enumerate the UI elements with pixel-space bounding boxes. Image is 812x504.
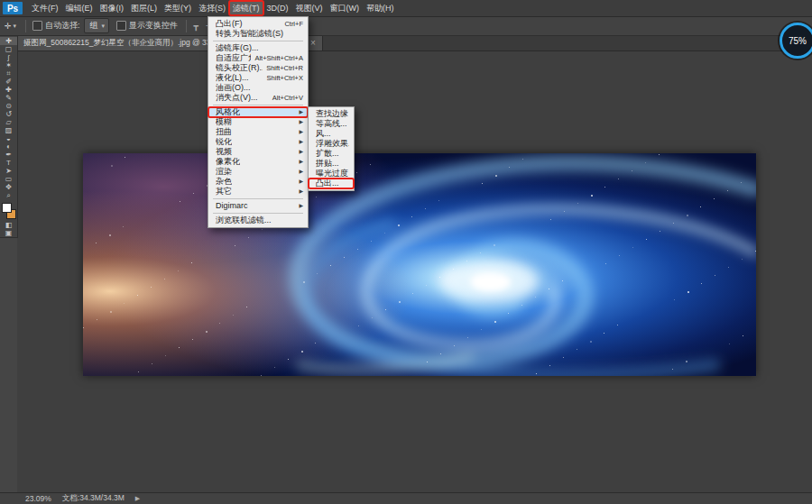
show-transform-checkbox[interactable] <box>116 21 126 31</box>
chevron-down-icon: ▾ <box>102 23 106 30</box>
filter-menu-item-label: 油画(O)... <box>216 83 251 93</box>
submenu-arrow-icon: ▶ <box>299 167 303 177</box>
menubar-item-8[interactable]: 视图(V) <box>292 1 327 15</box>
hand-tool-icon[interactable]: ✥ <box>0 183 17 191</box>
stylize-submenu-item[interactable]: 等高线... <box>309 119 354 129</box>
eyedropper-tool-icon[interactable]: ✐ <box>0 78 17 86</box>
filter-menu-item-label: 凸出(F) <box>216 19 243 29</box>
filter-menu-item[interactable]: 扭曲▶ <box>208 127 308 137</box>
filter-menu-item[interactable]: 转换为智能滤镜(S) <box>208 29 308 39</box>
path-selection-tool-icon[interactable]: ➤ <box>0 167 17 175</box>
move-tool-icon[interactable]: ✛ <box>0 37 17 45</box>
options-bar: ✛ ▾ 自动选择: 组 ▾ 显示变换控件 ┳╂┻┣╋┫ <box>0 16 812 36</box>
zoom-tool-icon[interactable]: ⌕ <box>0 191 17 199</box>
status-arrow-icon[interactable]: ▶ <box>135 495 140 502</box>
menubar-item-1[interactable]: 编辑(E) <box>62 1 97 15</box>
menubar-item-3[interactable]: 图层(L) <box>127 1 161 15</box>
submenu-arrow-icon: ▶ <box>299 157 303 167</box>
filter-menu-item[interactable]: 凸出(F)Ctrl+F <box>208 19 308 29</box>
filter-menu-item[interactable]: Digimarc▶ <box>208 201 308 211</box>
stylize-submenu-item[interactable]: 扩散... <box>309 149 354 159</box>
stylize-submenu-item[interactable]: 凸出... <box>309 179 354 188</box>
filter-menu-item[interactable]: 模糊▶ <box>208 117 308 127</box>
history-brush-tool-icon[interactable]: ↺ <box>0 110 17 118</box>
filter-menu-item-label: 镜头校正(R)... <box>216 63 263 73</box>
menubar-item-10[interactable]: 帮助(H) <box>363 1 398 15</box>
show-transform-label: 显示变换控件 <box>129 20 178 32</box>
menubar-item-5[interactable]: 选择(S) <box>195 1 229 15</box>
document-canvas-galaxy-image[interactable] <box>83 153 756 376</box>
filter-menu-item-label: 模糊 <box>216 117 232 127</box>
lasso-tool-icon[interactable]: ʃ <box>0 53 17 61</box>
screen-mode-button[interactable]: ▣ <box>0 229 17 237</box>
foreground-color-swatch[interactable] <box>2 203 12 213</box>
shortcut-label: Shift+Ctrl+R <box>263 63 303 73</box>
shortcut-label: Alt+Ctrl+V <box>269 93 303 103</box>
menubar-item-0[interactable]: 文件(F) <box>28 1 62 15</box>
tool-preset-dropdown[interactable]: ✛ ▾ <box>0 22 21 31</box>
filter-menu-item[interactable]: 滤镜库(G)... <box>208 43 308 53</box>
photoshop-logo-icon: Ps <box>3 2 23 14</box>
clone-stamp-tool-icon[interactable]: ⊙ <box>0 102 17 110</box>
menubar-item-6[interactable]: 滤镜(T) <box>229 1 263 15</box>
filter-menu-item[interactable]: 风格化▶ <box>208 107 308 117</box>
auto-select-dropdown[interactable]: 组 ▾ <box>84 18 110 33</box>
chevron-down-icon: ▾ <box>14 23 17 30</box>
stylize-submenu-item-label: 风... <box>316 129 331 139</box>
close-icon[interactable]: × <box>310 38 316 48</box>
filter-menu-item-label: Digimarc <box>216 201 248 211</box>
galaxy-artwork <box>83 153 756 376</box>
quick-selection-tool-icon[interactable]: ✶ <box>0 61 17 69</box>
dodge-tool-icon[interactable]: ◐ <box>0 142 17 151</box>
stylize-submenu-item[interactable]: 风... <box>309 129 354 139</box>
photoshop-window: Ps 文件(F)编辑(E)图像(I)图层(L)类型(Y)选择(S)滤镜(T)3D… <box>0 0 812 504</box>
menubar-items: 文件(F)编辑(E)图像(I)图层(L)类型(Y)选择(S)滤镜(T)3D(D)… <box>28 0 398 16</box>
brush-tool-icon[interactable]: ✎ <box>0 94 17 102</box>
rectangular-marquee-tool-icon[interactable]: ▢ <box>0 45 17 53</box>
stylize-submenu-item-label: 等高线... <box>316 119 347 129</box>
submenu-arrow-icon: ▶ <box>299 117 303 127</box>
filter-menu-item[interactable]: 自适应广角(A)...Alt+Shift+Ctrl+A <box>208 53 308 63</box>
quick-mask-button[interactable]: ◧ <box>0 221 17 229</box>
filter-menu-item[interactable]: 液化(L)...Shift+Ctrl+X <box>208 73 308 83</box>
document-size-info: 文档:34.3M/34.3M <box>62 493 125 504</box>
crop-tool-icon[interactable]: ⌗ <box>0 69 17 78</box>
filter-menu-item[interactable]: 渲染▶ <box>208 167 308 177</box>
stylize-submenu-item[interactable]: 曝光过度 <box>309 169 354 179</box>
stylize-submenu-item[interactable]: 浮雕效果... <box>309 139 354 149</box>
menubar-item-2[interactable]: 图像(I) <box>97 1 128 15</box>
filter-menu-item[interactable]: 杂色▶ <box>208 177 308 187</box>
stylize-submenu-item[interactable]: 查找边缘 <box>309 109 354 119</box>
filter-menu-item-label: 锐化 <box>216 137 232 147</box>
tools-panel: ✛▢ʃ✶⌗✐✚✎⊙↺▱▨◒◐✒T➤▭✥⌕ ◧ ▣ <box>0 35 18 238</box>
filter-menu-item[interactable]: 浏览联机滤镜... <box>208 215 308 225</box>
blur-tool-icon[interactable]: ◒ <box>0 134 17 142</box>
filter-menu-item[interactable]: 油画(O)... <box>208 83 308 93</box>
separator <box>25 20 26 32</box>
auto-select-checkbox[interactable] <box>32 21 42 31</box>
menubar-item-7[interactable]: 3D(D) <box>263 1 292 15</box>
filter-menu-item-label: 风格化 <box>216 107 240 117</box>
eraser-tool-icon[interactable]: ▱ <box>0 118 17 126</box>
pen-tool-icon[interactable]: ✒ <box>0 151 17 159</box>
filter-menu-item[interactable]: 镜头校正(R)...Shift+Ctrl+R <box>208 63 308 73</box>
filter-menu-item-label: 像素化 <box>216 157 240 167</box>
filter-menu-item[interactable]: 像素化▶ <box>208 157 308 167</box>
stylize-submenu-item-label: 扩散... <box>316 149 339 159</box>
menubar-item-4[interactable]: 类型(Y) <box>161 1 195 15</box>
stylize-submenu-item-label: 凸出... <box>316 179 339 188</box>
horizontal-type-tool-icon[interactable]: T <box>0 159 17 167</box>
align-top-edges-icon[interactable]: ┳ <box>191 22 200 31</box>
stylize-submenu-item[interactable]: 拼贴... <box>309 159 354 169</box>
filter-menu-item[interactable]: 锐化▶ <box>208 137 308 147</box>
filter-menu-item[interactable]: 其它▶ <box>208 187 308 197</box>
gradient-tool-icon[interactable]: ▨ <box>0 126 17 134</box>
menubar-item-9[interactable]: 窗口(W) <box>327 1 364 15</box>
spot-healing-brush-tool-icon[interactable]: ✚ <box>0 86 17 94</box>
filter-menu-item-label: 其它 <box>216 187 232 197</box>
rectangle-tool-icon[interactable]: ▭ <box>0 175 17 183</box>
filter-menu-item[interactable]: 视频▶ <box>208 147 308 157</box>
separator <box>186 20 187 32</box>
filter-menu-item[interactable]: 消失点(V)...Alt+Ctrl+V <box>208 93 308 103</box>
zoom-level-field[interactable]: 23.09% <box>25 494 51 503</box>
